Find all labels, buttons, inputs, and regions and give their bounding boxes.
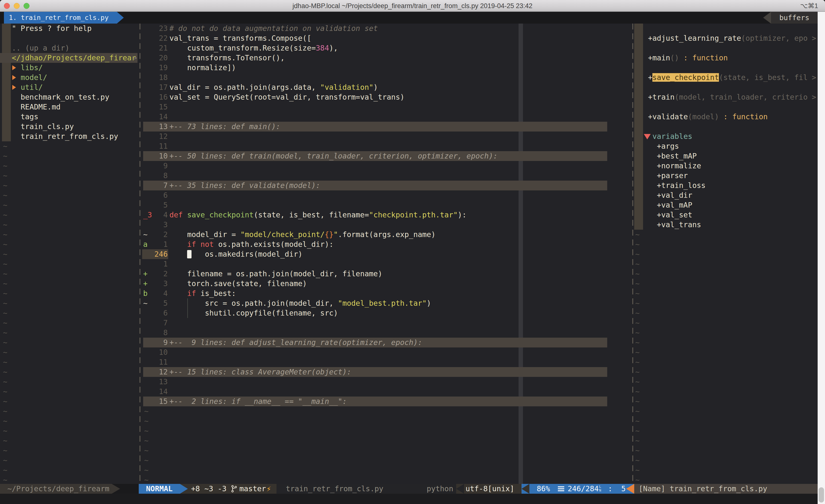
- tagbar-tag-validate[interactable]: +validate(model) : function: [0, 112, 825, 122]
- statusline-filetype: python: [427, 484, 453, 494]
- tagbar-item: [0, 102, 825, 112]
- empty-line-tilde: ~: [0, 397, 825, 406]
- statusline-git-segment: +8 ~3 -3 master ⚡: [180, 484, 277, 494]
- tagbar-var-parser[interactable]: +parser: [0, 171, 825, 181]
- tagbar-var-best_mAP[interactable]: +best_mAP: [0, 151, 825, 161]
- statusline-filename: train_retr_from_cls.py: [286, 484, 383, 494]
- tagbar-var-args[interactable]: +args: [0, 141, 825, 151]
- tagbar-statusline: [Name] train_retr_from_cls.py: [634, 484, 818, 494]
- empty-line-tilde: ~: [0, 240, 825, 249]
- empty-line-tilde: ~: [0, 279, 825, 288]
- vim-tabline: 1. train_retr_from_cls.py buffers: [0, 12, 825, 23]
- tagbar-var-val_mAP[interactable]: +val_mAP: [0, 200, 825, 210]
- scroll-percent: 86%: [537, 484, 550, 494]
- tagbar-item: [0, 43, 825, 53]
- empty-line-tilde: ~: [0, 288, 825, 299]
- tagbar-tag-save_checkpoint[interactable]: +save_checkpoint(state, is_best, fil>: [0, 73, 825, 82]
- empty-line-tilde: ~: [0, 347, 825, 357]
- empty-line-tilde: ~: [0, 308, 825, 318]
- window-titlebar: jdhao-MBP.local ~/Projects/deep_firearm/…: [0, 0, 825, 12]
- empty-line-tilde: ~: [0, 249, 825, 259]
- tagbar-var-train_loss[interactable]: +train_loss: [0, 181, 825, 190]
- tagbar-tag-adjust_learning_rate[interactable]: +adjust_learning_rate(optimizer, epo>: [0, 33, 825, 43]
- empty-line-tilde: ~: [0, 367, 825, 377]
- cursor-position: 246/284: [568, 484, 599, 494]
- empty-line-tilde: ~: [0, 406, 825, 416]
- tagbar-item: [0, 122, 825, 132]
- fold-open-arrow-icon[interactable]: [644, 134, 651, 139]
- powerline-arrow-icon: [522, 484, 529, 494]
- command-line[interactable]: [0, 494, 825, 504]
- empty-line-tilde: ~: [0, 377, 825, 387]
- tagbar-item: [0, 82, 825, 92]
- powerline-arrow-icon: [180, 484, 188, 494]
- tagbar-var-normalize[interactable]: +normalize: [0, 161, 825, 171]
- statusline: ~/Projects/deep_firearm +8 ~3 -3 master …: [0, 484, 825, 494]
- tagbar-var-val_dir[interactable]: +val_dir: [0, 190, 825, 200]
- tagbar-item: [0, 23, 825, 33]
- statusline-file-segment: train_retr_from_cls.py python: [277, 484, 456, 494]
- empty-line-tilde: ~: [0, 328, 825, 338]
- tagbar-tag-train[interactable]: +train(model, train_loader, criterio>: [0, 92, 825, 102]
- empty-line-tilde: ~: [0, 416, 825, 426]
- empty-line-tilde: ~: [0, 436, 825, 445]
- tagbar-kind-variables[interactable]: variables: [0, 132, 825, 141]
- empty-line-tilde: ~: [0, 259, 825, 269]
- buffers-label: buffers: [771, 12, 818, 23]
- empty-line-tilde: ~: [0, 426, 825, 436]
- tagbar-item: [0, 63, 825, 73]
- statusline-encoding: utf-8[unix]: [456, 484, 522, 494]
- empty-line-tilde: ~: [0, 465, 825, 475]
- scrollbar-thumb[interactable]: [819, 487, 824, 503]
- window-shortcut-badge: ⌥⌘1: [800, 0, 818, 12]
- vim-mode-indicator: NORMAL: [139, 484, 180, 494]
- dirty-flag-icon: ⚡: [267, 484, 271, 494]
- tab-train-retr-from-cls[interactable]: 1. train_retr_from_cls.py: [4, 12, 117, 23]
- scrollbar-track[interactable]: [818, 12, 825, 504]
- line-number-icon: LN: [599, 485, 601, 492]
- iterm-window: jdhao-MBP.local ~/Projects/deep_firearm/…: [0, 0, 825, 504]
- powerline-arrow-orange-icon: [626, 484, 634, 494]
- window-separator-left[interactable]: [140, 23, 140, 484]
- empty-line-tilde: ~: [0, 299, 825, 308]
- empty-line-tilde: ~: [0, 455, 825, 465]
- empty-line-tilde: ~: [0, 269, 825, 279]
- empty-line-tilde: ~: [0, 338, 825, 347]
- lines-icon: [558, 486, 564, 491]
- window-separator-right[interactable]: [632, 23, 633, 484]
- git-stats: +8 ~3 -3: [191, 484, 227, 494]
- empty-line-tilde: ~: [0, 318, 825, 328]
- empty-line-tilde: ~: [0, 445, 825, 455]
- powerline-arrow-icon: [112, 484, 120, 494]
- tagbar-var-val_trans[interactable]: +val_trans: [0, 220, 825, 230]
- git-branch-icon: [230, 485, 238, 493]
- cursor-column: : 5: [608, 484, 626, 494]
- powerline-arrow-icon: [456, 484, 464, 494]
- git-branch-name: master: [239, 484, 266, 494]
- editor-area: " Press ? for help.. (up a dir)</jdhao/P…: [0, 23, 825, 484]
- tagbar-tag-main[interactable]: +main() : function: [0, 53, 825, 63]
- empty-line-tilde: ~: [0, 475, 825, 484]
- statusline-position-segment: 86% 246/284 LN : 5: [522, 484, 634, 494]
- window-title: jdhao-MBP.local ~/Projects/deep_firearm/…: [0, 0, 825, 12]
- empty-line-tilde: ~: [0, 357, 825, 367]
- empty-line-tilde: ~: [0, 387, 825, 397]
- empty-line-tilde: ~: [0, 230, 825, 240]
- tab-arrow-icon: [117, 12, 124, 23]
- statusline-tree-path: ~/Projects/deep_firearm: [0, 484, 112, 494]
- tagbar-var-val_set[interactable]: +val_set: [0, 210, 825, 220]
- chevron-left-icon: [763, 12, 771, 23]
